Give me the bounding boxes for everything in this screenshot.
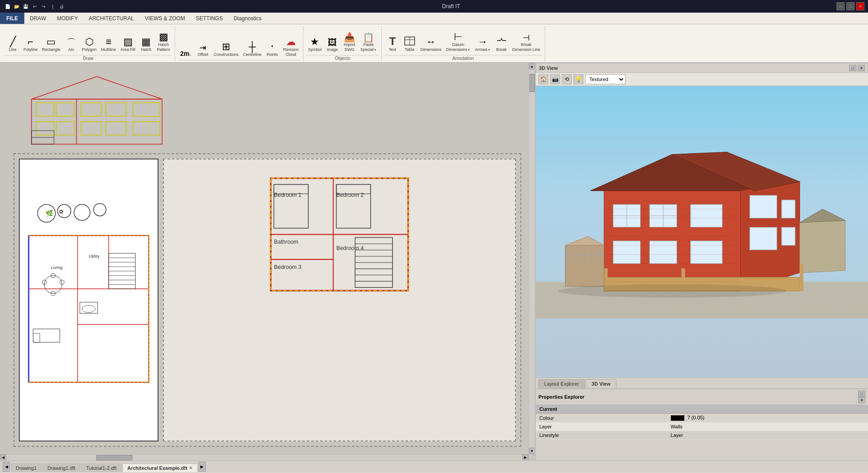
- settings-menu[interactable]: SETTINGS: [190, 13, 228, 24]
- 3d-camera-button[interactable]: 📷: [550, 74, 560, 84]
- save-button[interactable]: 💾: [22, 2, 30, 10]
- redo-button[interactable]: ↪: [40, 2, 48, 10]
- ribbon: ╱ Line ⌐ Polyline ▭ Rectangle ⌒ Arc ⬡ Po…: [0, 24, 868, 63]
- new-button[interactable]: 📄: [4, 2, 12, 10]
- import-dwg-button[interactable]: 📥 ImportDWG: [341, 32, 357, 53]
- svg-text:Living: Living: [51, 265, 63, 270]
- break-icon: [496, 36, 507, 47]
- doc-tab-drawing1[interactable]: Drawing1: [11, 464, 41, 472]
- dimensions-button[interactable]: ↔ Dimensions: [419, 36, 443, 53]
- constructions-button[interactable]: ⊞ Constructions: [212, 41, 240, 58]
- texture-dropdown[interactable]: Textured Wireframe Hidden Line Flat: [585, 74, 625, 84]
- break-button[interactable]: Break: [493, 35, 510, 53]
- tab-scroll-right-button[interactable]: ▶: [199, 462, 206, 472]
- views-zoom-menu[interactable]: VIEWS & ZOOM: [140, 13, 190, 24]
- 3d-render-button[interactable]: 💡: [574, 74, 583, 84]
- diagnostics-menu[interactable]: Diagnostics: [228, 13, 267, 24]
- doc-tab-tutorial1-2[interactable]: Tutorial1-2.dft: [81, 464, 121, 472]
- area-fill-icon: ▨: [123, 37, 133, 47]
- elevation-drawing: [27, 72, 167, 146]
- svg-marker-94: [800, 209, 845, 223]
- texture-dropdown-container[interactable]: Textured Wireframe Hidden Line Flat: [585, 74, 625, 84]
- area-fill-button[interactable]: ▨ Area Fill: [119, 36, 137, 53]
- break-dimension-line-button[interactable]: ⊣ BreakDimension Line: [511, 33, 542, 53]
- main-area: 🌿 ✿ Living Utility: [0, 63, 868, 460]
- scroll-track[interactable]: [529, 69, 535, 448]
- scroll-right-button[interactable]: ▶: [522, 455, 529, 461]
- 3d-home-button[interactable]: 🏠: [538, 74, 548, 84]
- colour-swatch: [671, 415, 684, 421]
- 3d-view-title: 3D View: [539, 65, 558, 71]
- svg-marker-99: [565, 246, 604, 287]
- draw-group-label: Draw: [5, 55, 172, 61]
- prop-name-linestyle: Linestyle: [536, 431, 667, 440]
- ribbon-group-draw: ╱ Line ⌐ Polyline ▭ Rectangle ⌒ Arc ⬡ Po…: [2, 26, 175, 62]
- 3d-view-tab[interactable]: 3D View: [586, 379, 616, 388]
- hatch-pattern-label: HatchPattern: [157, 42, 170, 52]
- image-button[interactable]: 🖼 Image: [324, 37, 340, 53]
- scroll-left-button[interactable]: ◀: [0, 455, 6, 461]
- doc-tab-arch-example[interactable]: Architectural Example.dft ✕: [122, 464, 198, 472]
- rectangle-button[interactable]: ▭ Rectangle: [41, 36, 63, 53]
- revision-cloud-icon: ☁: [286, 37, 296, 47]
- scroll-down-button[interactable]: ▼: [529, 448, 535, 454]
- svg-text:Bedroom 3: Bedroom 3: [274, 264, 301, 270]
- architectural-menu[interactable]: ARCHITECTURAL: [83, 13, 140, 24]
- dimensions-icon: ↔: [426, 37, 436, 47]
- offset-button[interactable]: ⇥ Offset: [195, 43, 211, 58]
- open-button[interactable]: 📂: [13, 2, 21, 10]
- tab-close-arch-example[interactable]: ✕: [189, 466, 193, 470]
- hatch-icon: ▦: [141, 37, 151, 47]
- props-section-header: Current: [536, 405, 868, 414]
- svg-point-42: [44, 276, 62, 293]
- file-menu[interactable]: FILE: [0, 13, 24, 24]
- table-button[interactable]: Table: [402, 36, 418, 53]
- vertical-scrollbar[interactable]: ▲ ▼: [529, 63, 535, 454]
- scroll-up-button[interactable]: ▲: [529, 63, 535, 69]
- horizontal-scrollbar[interactable]: ◀ ▶: [0, 454, 529, 460]
- drawing-canvas[interactable]: 🌿 ✿ Living Utility: [0, 63, 535, 460]
- 2m-button[interactable]: 2m↓: [178, 50, 194, 58]
- doc-tab-drawing1-dft[interactable]: Drawing1.dft: [42, 464, 80, 472]
- right-panel: 3D View □ ✕ 🏠 📷 ⟲ 💡 Textured Wireframe H…: [535, 63, 868, 460]
- draw-menu[interactable]: DRAW: [24, 13, 51, 24]
- hatch-pattern-button[interactable]: ▩ HatchPattern: [155, 31, 172, 53]
- layout-explorer-tab[interactable]: Layout Explorer: [538, 379, 585, 388]
- 3d-orbit-button[interactable]: ⟲: [562, 74, 572, 84]
- revision-cloud-button[interactable]: ☁ RevisionCloud: [281, 36, 301, 58]
- scroll-thumb[interactable]: [529, 74, 535, 92]
- panel-restore-button[interactable]: □: [849, 65, 856, 71]
- modify-menu[interactable]: MODIFY: [51, 13, 83, 24]
- hatch-pattern-icon: ▩: [159, 32, 168, 42]
- import-dwg-icon: 📥: [344, 33, 355, 42]
- props-restore-button[interactable]: □: [858, 391, 865, 397]
- polyline-label: Polyline: [23, 47, 38, 52]
- arc-button[interactable]: ⌒ Arc: [63, 37, 79, 53]
- symbol-button[interactable]: ★ Symbol: [306, 36, 323, 53]
- undo-button[interactable]: ↩: [31, 2, 39, 10]
- centreline-button[interactable]: ┼ Centreline: [241, 41, 263, 58]
- close-button[interactable]: ✕: [856, 2, 864, 10]
- polyline-button[interactable]: ⌐ Polyline: [22, 36, 40, 53]
- arrows-button[interactable]: → Arrows▼: [473, 36, 493, 53]
- paste-special-button[interactable]: 📋 PasteSpecial▼: [358, 32, 378, 53]
- h-scroll-track[interactable]: [6, 455, 522, 461]
- constructions-icon: ⊞: [222, 42, 230, 52]
- table-icon: [404, 36, 415, 47]
- hatch-button[interactable]: ▦ Hatch: [138, 36, 154, 53]
- h-scroll-thumb[interactable]: [96, 455, 132, 460]
- svg-rect-48: [33, 333, 40, 342]
- props-close-button[interactable]: ✕: [858, 397, 865, 403]
- tab-scroll-left-button[interactable]: ◀: [3, 462, 10, 472]
- panel-close-button[interactable]: ✕: [858, 65, 865, 71]
- line-button[interactable]: ╱ Line: [5, 36, 21, 53]
- points-button[interactable]: · Points: [264, 38, 280, 58]
- polygon-button[interactable]: ⬡ Polygon: [80, 36, 99, 53]
- restore-button[interactable]: □: [846, 2, 854, 10]
- datum-dimensions-button[interactable]: ⊢ DatumDimensions▼: [444, 31, 472, 53]
- multiline-button[interactable]: ≡ Multiline: [99, 36, 118, 53]
- print-button[interactable]: 🖨: [58, 2, 66, 10]
- minimize-button[interactable]: ─: [836, 2, 845, 10]
- svg-rect-16: [106, 122, 126, 135]
- text-button[interactable]: T Text: [384, 35, 401, 53]
